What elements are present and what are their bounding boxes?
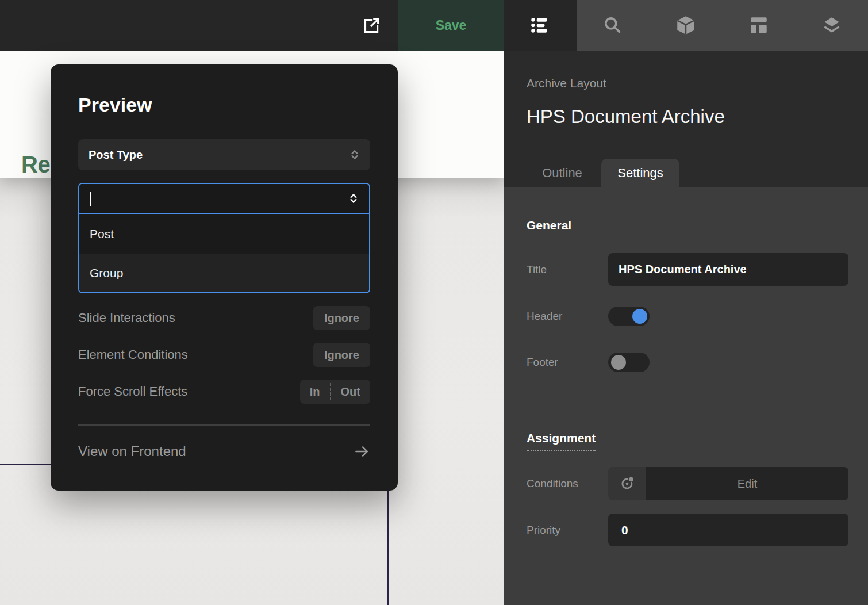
post-type-select-label: Post Type — [89, 148, 348, 162]
tab-templates[interactable] — [722, 0, 795, 51]
templates-layout-icon — [748, 14, 770, 36]
external-link-icon — [360, 14, 382, 36]
conditions-label: Conditions — [527, 477, 608, 490]
conditions-edit-button[interactable]: Edit — [646, 467, 848, 500]
post-type-combobox-open: Post Group — [78, 183, 370, 293]
title-field-label: Title — [527, 263, 608, 276]
chevron-up-down-icon — [348, 148, 361, 161]
tab-outline[interactable]: Outline — [527, 159, 598, 187]
panel-tabs: Outline Settings — [527, 159, 679, 187]
popover-divider — [78, 424, 370, 426]
tab-structure[interactable] — [504, 0, 577, 51]
elements-cube-icon — [675, 14, 697, 36]
combobox-option-post[interactable]: Post — [79, 214, 369, 254]
title-field-input[interactable]: HPS Document Archive — [608, 253, 848, 286]
force-scroll-segmented-control: In Out — [300, 380, 370, 404]
footer-toggle-wrap — [608, 353, 848, 372]
preview-popover-title: Preview — [78, 92, 370, 117]
view-on-frontend-label: View on Frontend — [78, 443, 186, 460]
assignment-section-heading: Assignment — [527, 431, 596, 451]
priority-value: 0 — [621, 523, 628, 537]
footer-toggle-label: Footer — [527, 356, 608, 369]
conditions-icon-segment[interactable] — [608, 467, 646, 500]
force-scroll-effects-row: Force Scroll Effects In Out — [78, 380, 370, 404]
layers-icon — [821, 14, 843, 36]
combobox-input-row — [79, 184, 369, 214]
slide-interactions-ignore-button[interactable]: Ignore — [313, 306, 370, 330]
footer-toggle-row: Footer — [527, 353, 848, 372]
header-toggle-wrap — [608, 307, 848, 326]
text-cursor — [90, 192, 91, 206]
tab-settings[interactable]: Settings — [601, 159, 679, 187]
element-conditions-label: Element Conditions — [78, 347, 188, 362]
force-scroll-in-button[interactable]: In — [300, 380, 330, 404]
priority-row: Priority 0 — [527, 514, 848, 546]
footer-toggle-knob — [611, 355, 626, 370]
combobox-search-input[interactable] — [90, 184, 347, 213]
header-toggle-label: Header — [527, 310, 608, 323]
settings-panel-body: General Title HPS Document Archive Heade… — [504, 187, 868, 605]
tab-elements[interactable] — [650, 0, 723, 51]
header-toggle[interactable] — [608, 307, 650, 326]
canvas-element-outline-horizontal — [0, 464, 51, 465]
priority-label: Priority — [527, 524, 608, 537]
combobox-option-group[interactable]: Group — [79, 254, 369, 292]
template-title: HPS Document Archive — [527, 106, 725, 128]
structure-list-icon — [529, 14, 551, 36]
conditions-row: Conditions Edit — [527, 467, 848, 500]
priority-input[interactable]: 0 — [608, 514, 848, 546]
tab-search[interactable] — [577, 0, 650, 51]
conditions-control: Edit — [608, 467, 848, 500]
arrow-right-icon — [353, 443, 370, 460]
builder-workspace: Re Save — [0, 0, 868, 605]
element-conditions-row: Element Conditions Ignore — [78, 343, 370, 367]
element-conditions-ignore-button[interactable]: Ignore — [313, 343, 370, 367]
tab-layers[interactable] — [795, 0, 868, 51]
footer-toggle[interactable] — [608, 353, 650, 372]
header-toggle-row: Header — [527, 307, 848, 326]
topbar-left — [0, 0, 398, 51]
chevron-up-down-icon — [347, 192, 360, 205]
save-button[interactable]: Save — [398, 0, 504, 51]
force-scroll-effects-label: Force Scroll Effects — [78, 384, 187, 399]
conditions-target-icon — [619, 475, 636, 492]
post-type-select[interactable]: Post Type — [78, 139, 370, 170]
title-field-row: Title HPS Document Archive — [527, 253, 848, 286]
slide-interactions-row: Slide Interactions Ignore — [78, 306, 370, 330]
force-scroll-out-button[interactable]: Out — [331, 380, 370, 404]
canvas-page-heading: Re — [21, 152, 50, 178]
settings-panel-header: Archive Layout HPS Document Archive Outl… — [504, 51, 868, 187]
title-field-value: HPS Document Archive — [619, 263, 747, 276]
open-in-new-tab-button[interactable] — [353, 8, 389, 43]
slide-interactions-label: Slide Interactions — [78, 311, 175, 326]
topbar: Save — [0, 0, 868, 51]
preview-popover: Preview Post Type Post Group — [51, 64, 398, 491]
settings-panel: Archive Layout HPS Document Archive Outl… — [504, 51, 868, 605]
save-button-label: Save — [436, 18, 467, 33]
view-on-frontend-link[interactable]: View on Frontend — [78, 443, 370, 460]
search-icon — [602, 14, 624, 36]
general-section-heading: General — [527, 219, 571, 232]
canvas-element-outline-vertical — [387, 490, 389, 605]
template-type-label: Archive Layout — [527, 76, 606, 90]
panel-icon-bar — [504, 0, 868, 51]
header-toggle-knob — [632, 309, 647, 324]
